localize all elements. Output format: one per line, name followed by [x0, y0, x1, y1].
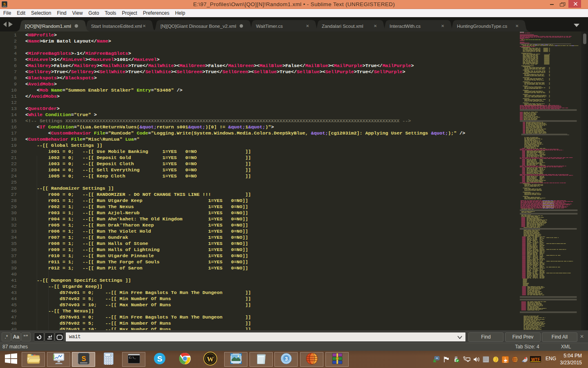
svg-text:W: W: [207, 355, 214, 363]
svg-text:WaitTimer.cs: WaitTimer.cs: [256, 24, 283, 29]
svg-text:✕: ✕: [441, 24, 444, 28]
svg-text:S: S: [157, 355, 162, 363]
svg-text:0: 0: [110, 354, 111, 357]
svg-text:3: 3: [285, 356, 287, 362]
svg-text:S: S: [3, 2, 6, 6]
svg-text:✕: ✕: [306, 24, 309, 28]
svg-text:InteractWith.cs: InteractWith.cs: [390, 24, 421, 29]
svg-text:✕: ✕: [143, 24, 146, 28]
svg-text:✕: ✕: [374, 24, 377, 28]
svg-text:HuntingGroundsType.cs: HuntingGroundsType.cs: [457, 24, 508, 29]
svg-text:S: S: [81, 355, 86, 362]
svg-text:C:\_: C:\_: [129, 356, 136, 359]
svg-text:Start InstanceEdited.xml: Start InstanceEdited.xml: [91, 24, 142, 29]
svg-text:✕: ✕: [515, 24, 519, 28]
svg-text:Zandalari Scout.xml: Zandalari Scout.xml: [322, 24, 363, 29]
svg-text:WTF: WTF: [531, 357, 540, 362]
svg-text:[QO][N]!Random1.xml: [QO][N]!Random1.xml: [25, 24, 71, 29]
svg-text:[N][QO]Giant Dinosaur Bone_v2.: [N][QO]Giant Dinosaur Bone_v2.xml: [160, 24, 236, 29]
